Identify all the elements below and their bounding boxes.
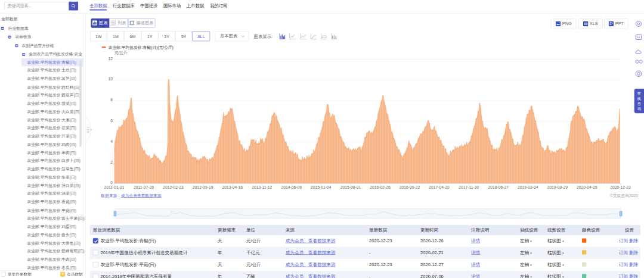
svg-text:12: 12 xyxy=(637,36,640,39)
